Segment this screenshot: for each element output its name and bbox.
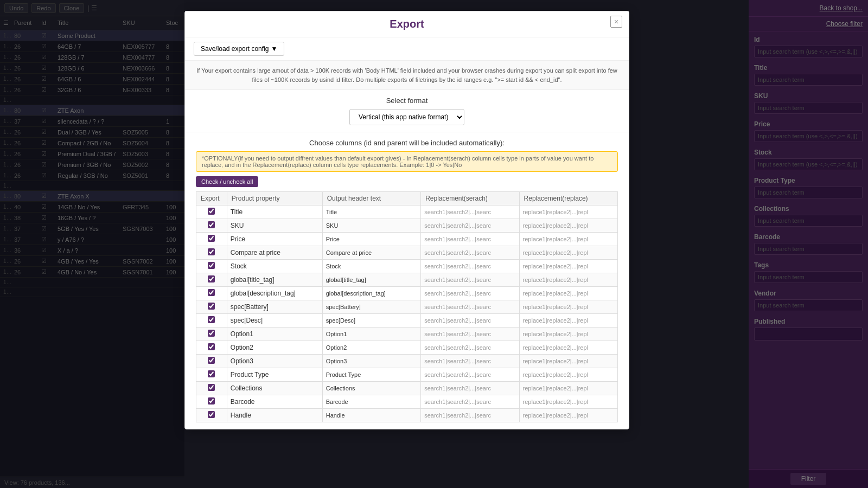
search-cell[interactable]: search1|search2|...|searc <box>421 206 519 219</box>
replace-cell[interactable]: replace1|replace2|...|repl <box>519 233 617 246</box>
modal-title: Export <box>390 18 424 30</box>
format-select[interactable]: Vertical (this app native format) <box>349 109 464 125</box>
replace-cell[interactable]: replace1|replace2|...|repl <box>519 246 617 260</box>
format-label: Select format <box>196 97 618 105</box>
export-checkbox-13[interactable] <box>208 384 215 391</box>
export-checkbox-3[interactable] <box>208 248 215 255</box>
property-cell: Title <box>227 206 322 219</box>
check-uncheck-button[interactable]: Check / uncheck all <box>196 176 258 187</box>
header-cell[interactable] <box>322 314 420 328</box>
save-config-button[interactable]: Save/load export config ▼ <box>194 42 284 56</box>
header-cell[interactable] <box>322 287 420 300</box>
header-input-9[interactable] <box>326 331 417 337</box>
search-cell[interactable]: search1|search2|...|searc <box>421 382 519 395</box>
replace-cell[interactable]: replace1|replace2|...|repl <box>519 314 617 328</box>
replace-cell[interactable]: replace1|replace2|...|repl <box>519 206 617 219</box>
header-cell[interactable] <box>322 300 420 314</box>
header-cell[interactable] <box>322 382 420 395</box>
header-cell[interactable] <box>322 395 420 409</box>
header-cell[interactable] <box>322 206 420 219</box>
header-input-2[interactable] <box>326 236 417 242</box>
modal-close-button[interactable]: × <box>610 16 622 28</box>
search-cell[interactable]: search1|search2|...|searc <box>421 328 519 341</box>
search-cell[interactable]: search1|search2|...|searc <box>421 314 519 328</box>
search-cell[interactable]: search1|search2|...|searc <box>421 300 519 314</box>
header-input-10[interactable] <box>326 344 417 351</box>
header-cell[interactable] <box>322 409 420 422</box>
header-input-11[interactable] <box>326 358 417 364</box>
property-cell: spec[Battery] <box>227 300 322 314</box>
header-cell[interactable] <box>322 341 420 355</box>
header-cell[interactable] <box>322 273 420 287</box>
export-checkbox-11[interactable] <box>208 357 215 364</box>
search-cell[interactable]: search1|search2|...|searc <box>421 260 519 273</box>
replace-cell[interactable]: replace1|replace2|...|repl <box>519 341 617 355</box>
replace-cell[interactable]: replace1|replace2|...|repl <box>519 273 617 287</box>
search-cell[interactable]: search1|search2|...|searc <box>421 287 519 300</box>
replace-cell[interactable]: replace1|replace2|...|repl <box>519 355 617 368</box>
replace-cell[interactable]: replace1|replace2|...|repl <box>519 395 617 409</box>
header-input-0[interactable] <box>326 209 417 215</box>
replace-cell[interactable]: replace1|replace2|...|repl <box>519 219 617 233</box>
table-row: Collections search1|search2|...|searc re… <box>196 382 618 395</box>
header-input-15[interactable] <box>326 412 417 419</box>
header-input-5[interactable] <box>326 277 417 283</box>
replace-cell[interactable]: replace1|replace2|...|repl <box>519 368 617 382</box>
header-cell[interactable] <box>322 219 420 233</box>
table-row: Title search1|search2|...|searc replace1… <box>196 206 618 219</box>
export-checkbox-14[interactable] <box>208 397 215 404</box>
search-cell[interactable]: search1|search2|...|searc <box>421 395 519 409</box>
export-checkbox-0[interactable] <box>208 208 215 215</box>
search-cell[interactable]: search1|search2|...|searc <box>421 246 519 260</box>
header-input-8[interactable] <box>326 317 417 324</box>
modal-toolbar: Save/load export config ▼ <box>185 37 629 61</box>
header-input-6[interactable] <box>326 290 417 297</box>
property-cell: Collections <box>227 382 322 395</box>
replace-cell[interactable]: replace1|replace2|...|repl <box>519 287 617 300</box>
export-checkbox-4[interactable] <box>208 262 215 269</box>
export-checkbox-10[interactable] <box>208 343 215 350</box>
col-header-output: Output header text <box>322 192 420 206</box>
property-cell: global[title_tag] <box>227 273 322 287</box>
header-cell[interactable] <box>322 368 420 382</box>
header-input-4[interactable] <box>326 263 417 269</box>
header-cell[interactable] <box>322 246 420 260</box>
replace-cell[interactable]: replace1|replace2|...|repl <box>519 382 617 395</box>
property-cell: Handle <box>227 409 322 422</box>
export-checkbox-8[interactable] <box>208 316 215 323</box>
header-input-1[interactable] <box>326 222 417 229</box>
header-input-12[interactable] <box>326 371 417 378</box>
header-input-7[interactable] <box>326 304 417 310</box>
replace-cell[interactable]: replace1|replace2|...|repl <box>519 328 617 341</box>
export-checkbox-7[interactable] <box>208 303 215 310</box>
columns-table: Export Product property Output header te… <box>196 191 618 422</box>
header-input-14[interactable] <box>326 399 417 405</box>
header-cell[interactable] <box>322 260 420 273</box>
header-cell[interactable] <box>322 355 420 368</box>
header-input-13[interactable] <box>326 385 417 391</box>
table-row: Option1 search1|search2|...|searc replac… <box>196 328 618 341</box>
replace-cell[interactable]: replace1|replace2|...|repl <box>519 260 617 273</box>
header-cell[interactable] <box>322 233 420 246</box>
table-row: global[title_tag] search1|search2|...|se… <box>196 273 618 287</box>
export-checkbox-9[interactable] <box>208 330 215 337</box>
export-checkbox-1[interactable] <box>208 221 215 228</box>
header-input-3[interactable] <box>326 249 417 256</box>
replace-cell[interactable]: replace1|replace2|...|repl <box>519 409 617 422</box>
table-row: Price search1|search2|...|searc replace1… <box>196 233 618 246</box>
search-cell[interactable]: search1|search2|...|searc <box>421 355 519 368</box>
replace-cell[interactable]: replace1|replace2|...|repl <box>519 300 617 314</box>
search-cell[interactable]: search1|search2|...|searc <box>421 341 519 355</box>
export-checkbox-5[interactable] <box>208 275 215 282</box>
header-cell[interactable] <box>322 328 420 341</box>
search-cell[interactable]: search1|search2|...|searc <box>421 219 519 233</box>
export-checkbox-12[interactable] <box>208 370 215 377</box>
export-checkbox-6[interactable] <box>208 289 215 296</box>
property-cell: Option2 <box>227 341 322 355</box>
export-checkbox-15[interactable] <box>208 411 215 418</box>
search-cell[interactable]: search1|search2|...|searc <box>421 273 519 287</box>
search-cell[interactable]: search1|search2|...|searc <box>421 233 519 246</box>
search-cell[interactable]: search1|search2|...|searc <box>421 409 519 422</box>
export-checkbox-2[interactable] <box>208 235 215 242</box>
search-cell[interactable]: search1|search2|...|searc <box>421 368 519 382</box>
